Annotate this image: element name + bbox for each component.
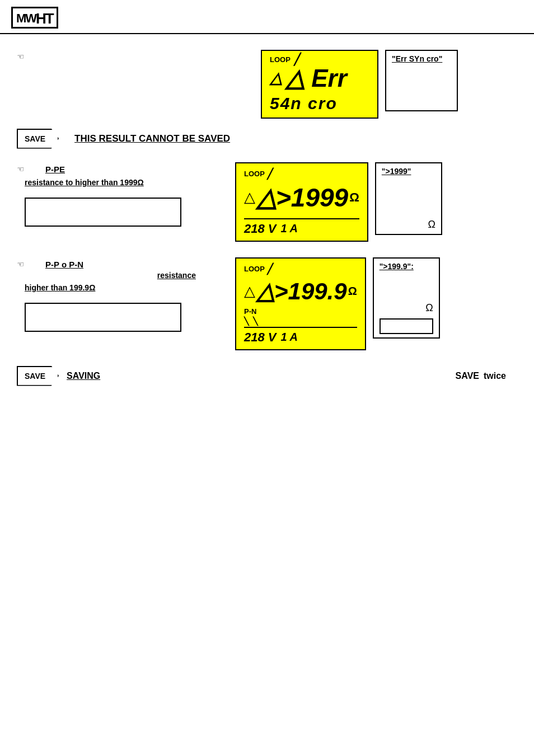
header: MWHT [0,0,534,34]
cursor-icon-3: ☞ [17,260,24,269]
cursor-icon-1: ☞ [17,52,24,61]
error-info-box: "Err SYn cro" [385,50,458,111]
loop-label-2: LOOP ╱ [244,168,359,180]
save-notice-text: THIS RESULT CANNOT BE SAVED [74,133,230,144]
ppn-desc: higher than 199.9Ω [25,283,95,292]
logo-prefix: MW [16,11,36,25]
logo-ht: HT [36,10,53,27]
bottom-save-label: SAVE [456,371,479,381]
ppn-unit: Ω [348,285,357,298]
ppn-info-label: ">199.9": [380,262,433,271]
bottom-save-suffix: twice [484,371,506,381]
section-error: ☞ LOOP ╱ △ △ Err 54n cro [17,50,517,119]
error-info-label: "Err SYn cro" [392,54,451,63]
save-button-2[interactable]: SAVE [17,366,59,386]
error-sub-reading: 54n cro [270,94,369,113]
ppn-main-reading: △>199.9 [256,278,347,305]
loop-label-1: LOOP ╱ [270,55,369,64]
ppn-display-box: LOOP ╱ △ △>199.9 Ω P-N ╲ ╲ [235,257,366,350]
error-display-box: LOOP ╱ △ △ Err 54n cro [261,50,378,119]
ppe-bottom-v: 218 V [244,222,277,236]
ppe-bottom-a: 1 A [281,222,298,235]
ppe-display-box: LOOP ╱ △ △>1999 Ω 218 V 1 A [235,162,368,242]
bottom-save-right: SAVE twice [456,371,506,381]
ppn-info-box: ">199.9": Ω [373,257,440,339]
ppn-pn-label: P-N [244,307,256,316]
ppe-label: P-PE [45,165,65,174]
ppe-info-unit: Ω [382,196,435,231]
bottom-save-area: SAVE SAVING SAVE twice [17,366,517,386]
ppn-bottom-a: 1 A [281,331,298,344]
ppn-subtitle: resistance [157,271,196,280]
save-notice: SAVE THIS RESULT CANNOT BE SAVED [17,129,517,149]
logo: MWHT [11,7,58,29]
loop-label-3: LOOP ╱ [244,263,357,275]
saving-text: SAVING [67,371,100,381]
ppn-empty-box [25,303,181,332]
ppn-title: P-P o P-N [45,260,83,269]
section-ppe: ☞ P-PE resistance to higher than 1999Ω L… [17,162,517,242]
error-main-reading: △ △ Err [270,66,369,91]
ppe-unit: Ω [349,190,359,205]
bottom-save-left: SAVE SAVING [17,366,100,386]
ppe-info-label: ">1999" [382,167,435,176]
ppe-empty-box [25,198,181,227]
ppe-main-reading: △>1999 [256,182,348,213]
ppe-desc: resistance to higher than 1999Ω [25,178,144,187]
cursor-icon-2: ☞ [17,165,24,173]
ppn-bottom-v: 218 V [244,330,277,345]
ppn-info-unit: Ω [380,280,433,314]
section-ppn: ☞ P-P o P-N resistance higher than 199.9… [17,257,517,350]
ppe-info-box: ">1999" Ω [375,162,442,235]
save-button-1[interactable]: SAVE [17,129,59,149]
main-content: ☞ LOOP ╱ △ △ Err 54n cro [0,34,534,397]
